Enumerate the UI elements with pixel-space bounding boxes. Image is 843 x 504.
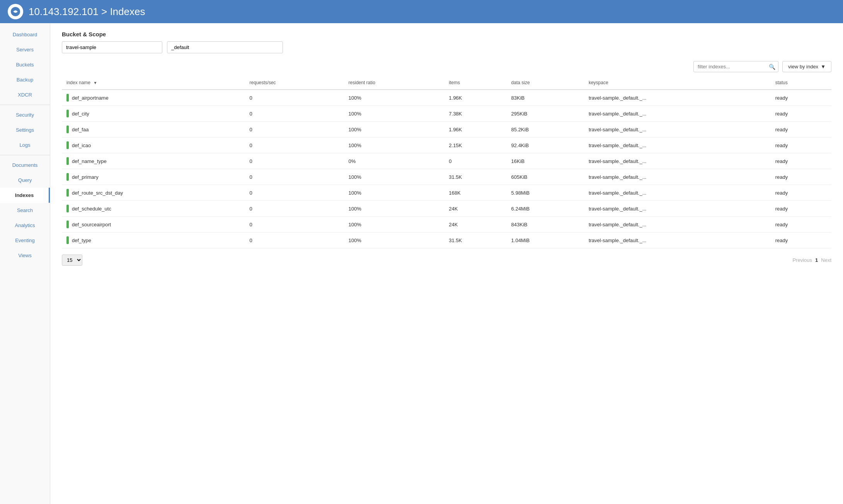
cell-index-name: def_icao <box>62 137 245 153</box>
table-row[interactable]: def_name_type 0 0% 0 16KiB travel-sample… <box>62 153 831 169</box>
sidebar-item-xdcr[interactable]: XDCR <box>0 87 50 102</box>
col-resident[interactable]: resident ratio <box>344 76 444 90</box>
sidebar-item-search[interactable]: Search <box>0 203 50 218</box>
current-page[interactable]: 1 <box>815 257 818 263</box>
col-index-name[interactable]: index name ▼ <box>62 76 245 90</box>
table-row[interactable]: def_primary 0 100% 31.5K 605KiB travel-s… <box>62 169 831 185</box>
cell-data-size: 5.98MiB <box>507 185 584 201</box>
cell-status: ready <box>771 90 831 106</box>
index-name-text[interactable]: def_route_src_dst_day <box>72 190 123 196</box>
bucket-input[interactable] <box>62 41 162 53</box>
cell-status: ready <box>771 169 831 185</box>
cell-data-size: 295KiB <box>507 106 584 122</box>
index-name-text[interactable]: def_schedule_utc <box>72 206 111 212</box>
cell-requests: 0 <box>245 232 344 248</box>
cell-status: ready <box>771 217 831 232</box>
index-name-text[interactable]: def_faa <box>72 127 89 132</box>
cell-data-size: 605KiB <box>507 169 584 185</box>
index-name-text[interactable]: def_city <box>72 111 89 117</box>
index-name-text[interactable]: def_name_type <box>72 158 107 164</box>
cell-items: 7.38K <box>444 106 506 122</box>
cell-status: ready <box>771 185 831 201</box>
per-page-select[interactable]: 10 15 20 50 <box>62 255 82 266</box>
index-name-text[interactable]: def_icao <box>72 143 91 148</box>
table-row[interactable]: def_route_src_dst_day 0 100% 168K 5.98Mi… <box>62 185 831 201</box>
chevron-down-icon: ▼ <box>821 64 826 70</box>
sidebar-item-settings[interactable]: Settings <box>0 122 50 137</box>
col-data-size[interactable]: data size <box>507 76 584 90</box>
cell-data-size: 6.24MiB <box>507 201 584 217</box>
breadcrumb-separator: > <box>101 6 107 17</box>
status-indicator <box>66 157 69 165</box>
sidebar-item-buckets[interactable]: Buckets <box>0 57 50 72</box>
sidebar-item-indexes[interactable]: Indexes <box>0 188 50 203</box>
cell-items: 0 <box>444 153 506 169</box>
index-name-text[interactable]: def_sourceairport <box>72 222 111 227</box>
cell-items: 1.96K <box>444 122 506 137</box>
cell-requests: 0 <box>245 153 344 169</box>
table-row[interactable]: def_sourceairport 0 100% 24K 843KiB trav… <box>62 217 831 232</box>
per-page-wrap: 10 15 20 50 <box>62 255 82 266</box>
cell-status: ready <box>771 201 831 217</box>
col-status[interactable]: status <box>771 76 831 90</box>
col-keyspace[interactable]: keyspace <box>584 76 771 90</box>
index-name-text[interactable]: def_primary <box>72 174 99 180</box>
view-by-index-button[interactable]: view by index ▼ <box>782 61 831 72</box>
index-name-text[interactable]: def_type <box>72 238 91 243</box>
table-row[interactable]: def_type 0 100% 31.5K 1.04MiB travel-sam… <box>62 232 831 248</box>
page-name: Indexes <box>110 6 145 17</box>
search-icon: 🔍 <box>769 64 775 70</box>
sidebar-item-views[interactable]: Views <box>0 248 50 263</box>
sidebar-item-dashboard[interactable]: Dashboard <box>0 27 50 42</box>
cell-resident: 100% <box>344 232 444 248</box>
index-name-text[interactable]: def_airportname <box>72 95 109 101</box>
sidebar-item-analytics[interactable]: Analytics <box>0 218 50 233</box>
col-items[interactable]: items <box>444 76 506 90</box>
cell-keyspace: travel-sample._default._... <box>584 169 771 185</box>
cell-requests: 0 <box>245 201 344 217</box>
cell-requests: 0 <box>245 185 344 201</box>
scope-input[interactable] <box>167 41 283 53</box>
cell-requests: 0 <box>245 137 344 153</box>
sidebar-divider-1 <box>0 105 50 105</box>
cell-index-name: def_schedule_utc <box>62 201 245 217</box>
app-logo <box>8 4 23 19</box>
main-layout: Dashboard Servers Buckets Backup XDCR Se… <box>0 23 843 504</box>
cell-items: 1.96K <box>444 90 506 106</box>
cell-keyspace: travel-sample._default._... <box>584 153 771 169</box>
indexes-table: index name ▼ requests/sec resident ratio… <box>62 76 831 248</box>
sidebar-item-backup[interactable]: Backup <box>0 72 50 87</box>
sidebar-item-query[interactable]: Query <box>0 173 50 188</box>
cell-status: ready <box>771 153 831 169</box>
table-row[interactable]: def_icao 0 100% 2.15K 92.4KiB travel-sam… <box>62 137 831 153</box>
filter-input[interactable] <box>693 61 778 72</box>
previous-button[interactable]: Previous <box>792 257 812 263</box>
sidebar-item-eventing[interactable]: Eventing <box>0 233 50 248</box>
cell-keyspace: travel-sample._default._... <box>584 137 771 153</box>
cell-index-name: def_route_src_dst_day <box>62 185 245 201</box>
status-indicator <box>66 236 69 244</box>
col-requests[interactable]: requests/sec <box>245 76 344 90</box>
sidebar-item-security[interactable]: Security <box>0 107 50 122</box>
cell-items: 24K <box>444 217 506 232</box>
cell-status: ready <box>771 232 831 248</box>
next-button[interactable]: Next <box>821 257 831 263</box>
cell-index-name: def_type <box>62 232 245 248</box>
cell-index-name: def_primary <box>62 169 245 185</box>
header-title: 10.143.192.101 > Indexes <box>29 6 145 18</box>
status-indicator <box>66 110 69 117</box>
cell-resident: 100% <box>344 122 444 137</box>
cell-resident: 100% <box>344 217 444 232</box>
table-row[interactable]: def_airportname 0 100% 1.96K 83KiB trave… <box>62 90 831 106</box>
sidebar-item-documents[interactable]: Documents <box>0 158 50 173</box>
cell-data-size: 92.4KiB <box>507 137 584 153</box>
table-row[interactable]: def_schedule_utc 0 100% 24K 6.24MiB trav… <box>62 201 831 217</box>
cell-items: 31.5K <box>444 232 506 248</box>
cell-items: 2.15K <box>444 137 506 153</box>
table-row[interactable]: def_city 0 100% 7.38K 295KiB travel-samp… <box>62 106 831 122</box>
status-indicator <box>66 126 69 133</box>
cell-data-size: 1.04MiB <box>507 232 584 248</box>
sidebar-item-servers[interactable]: Servers <box>0 42 50 57</box>
table-row[interactable]: def_faa 0 100% 1.96K 85.2KiB travel-samp… <box>62 122 831 137</box>
sidebar-item-logs[interactable]: Logs <box>0 137 50 153</box>
